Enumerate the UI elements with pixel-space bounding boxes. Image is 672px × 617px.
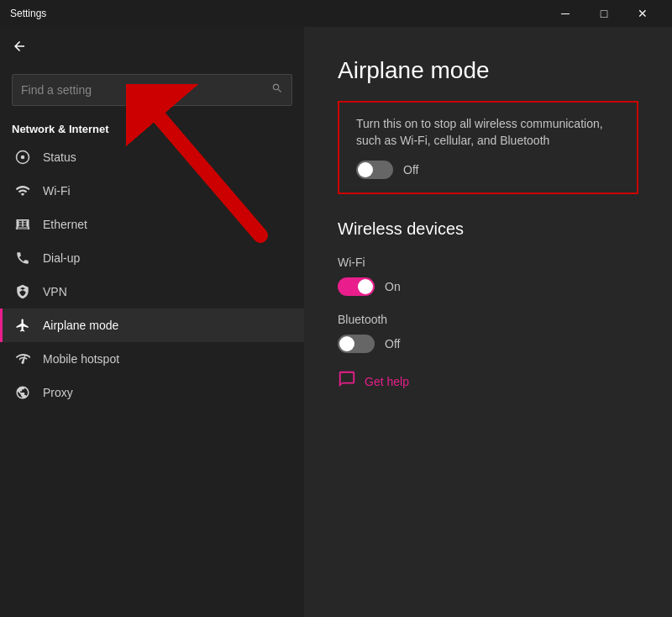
maximize-button[interactable]: □ <box>585 0 623 27</box>
sidebar-item-airplane[interactable]: Airplane mode <box>0 308 304 342</box>
back-button[interactable] <box>0 27 304 67</box>
page-title: Airplane mode <box>338 57 638 84</box>
back-icon <box>12 39 27 56</box>
search-container <box>0 67 304 113</box>
airplane-description: Turn this on to stop all wireless commun… <box>356 116 620 149</box>
search-input[interactable] <box>21 83 265 97</box>
sidebar-nav: Status Wi-Fi Ethernet D <box>0 140 304 409</box>
airplane-toggle[interactable] <box>356 161 393 179</box>
help-icon <box>338 370 356 393</box>
titlebar-title: Settings <box>10 8 546 19</box>
sidebar: Network & Internet Status Wi-Fi <box>0 27 304 617</box>
bluetooth-toggle[interactable] <box>338 335 375 353</box>
airplane-mode-box: Turn this on to stop all wireless commun… <box>338 101 638 194</box>
sidebar-item-proxy[interactable]: Proxy <box>0 376 304 409</box>
main-content: Airplane mode Turn this on to stop all w… <box>304 27 672 617</box>
dialup-icon <box>14 250 31 266</box>
sidebar-item-hotspot-label: Mobile hotspot <box>43 352 119 366</box>
sidebar-item-dialup[interactable]: Dial-up <box>0 241 304 275</box>
wifi-toggle-thumb <box>358 279 373 294</box>
svg-point-1 <box>21 156 25 160</box>
svg-rect-2 <box>18 221 19 228</box>
app-container: Network & Internet Status Wi-Fi <box>0 27 672 617</box>
svg-rect-3 <box>22 221 24 228</box>
titlebar: Settings ─ □ ✕ <box>0 0 672 27</box>
sidebar-item-wifi[interactable]: Wi-Fi <box>0 174 304 208</box>
bluetooth-toggle-row: Off <box>338 335 638 353</box>
search-icon <box>271 82 283 98</box>
sidebar-item-status-label: Status <box>43 150 76 164</box>
airplane-toggle-label: Off <box>403 163 418 177</box>
help-row[interactable]: Get help <box>338 370 638 393</box>
sidebar-item-hotspot[interactable]: Mobile hotspot <box>0 342 304 376</box>
help-link[interactable]: Get help <box>365 375 409 388</box>
bluetooth-toggle-label: Off <box>385 337 400 351</box>
close-button[interactable]: ✕ <box>623 0 662 27</box>
hotspot-icon <box>14 351 31 367</box>
wifi-toggle-label: On <box>385 280 401 293</box>
bluetooth-device-label: Bluetooth <box>338 313 638 326</box>
sidebar-item-vpn-label: VPN <box>43 285 67 298</box>
status-icon <box>14 149 31 166</box>
sidebar-item-airplane-label: Airplane mode <box>43 319 118 332</box>
wifi-device-row: Wi-Fi On <box>338 256 638 296</box>
sidebar-item-status[interactable]: Status <box>0 140 304 174</box>
titlebar-controls: ─ □ ✕ <box>546 0 662 27</box>
search-box[interactable] <box>12 74 292 106</box>
sidebar-item-ethernet[interactable]: Ethernet <box>0 208 304 241</box>
sidebar-item-wifi-label: Wi-Fi <box>43 184 71 198</box>
airplane-toggle-row: Off <box>356 161 620 179</box>
wireless-devices-title: Wireless devices <box>338 219 638 239</box>
sidebar-item-ethernet-label: Ethernet <box>43 218 87 231</box>
section-label: Network & Internet <box>0 113 304 140</box>
minimize-button[interactable]: ─ <box>546 0 585 27</box>
wifi-toggle[interactable] <box>338 277 375 296</box>
bluetooth-toggle-thumb <box>339 336 354 351</box>
bluetooth-device-row: Bluetooth Off <box>338 313 638 353</box>
wifi-device-label: Wi-Fi <box>338 256 638 269</box>
sidebar-item-vpn[interactable]: VPN <box>0 275 304 308</box>
wifi-toggle-row: On <box>338 277 638 296</box>
sidebar-item-dialup-label: Dial-up <box>43 251 80 265</box>
ethernet-icon <box>14 216 31 233</box>
sidebar-item-proxy-label: Proxy <box>43 386 73 399</box>
vpn-icon <box>14 283 31 300</box>
proxy-icon <box>14 384 31 401</box>
wifi-icon <box>14 182 31 199</box>
airplane-toggle-thumb <box>358 162 373 177</box>
airplane-icon <box>14 317 31 334</box>
svg-rect-4 <box>27 221 29 228</box>
